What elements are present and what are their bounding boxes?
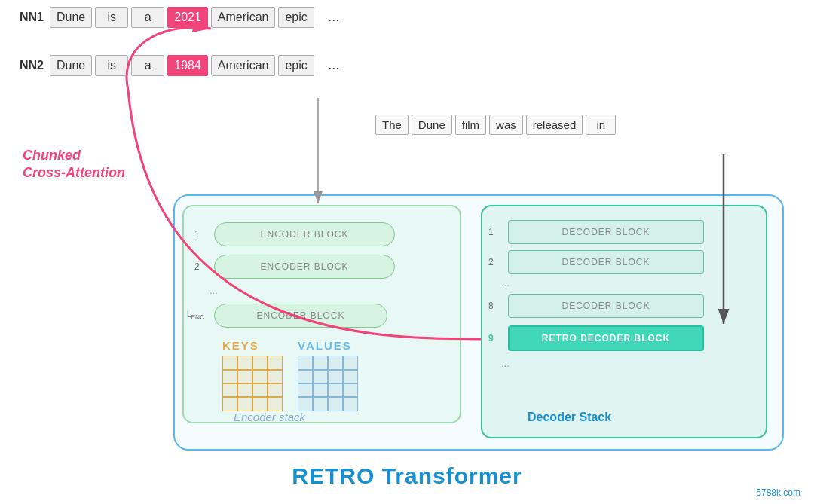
decoder-block-8: DECODER BLOCK (508, 294, 704, 318)
values-label-container: VALUES (298, 339, 352, 353)
nn1-token-year: 2021 (167, 7, 208, 28)
retro-decoder-block-row: 9 RETRO DECODER BLOCK (488, 325, 704, 351)
nn2-token-a: a (131, 55, 164, 76)
chunked-label: Chunked Cross-Attention (23, 147, 125, 182)
input-token-dune: Dune (412, 115, 452, 135)
diagram-container: NN1 Dune is a 2021 American epic ... NN2… (0, 0, 814, 504)
nn1-token-american: American (211, 7, 276, 28)
nn2-token-dune: Dune (50, 55, 92, 76)
input-token-was: was (489, 115, 523, 135)
nn1-token-is: is (95, 7, 128, 28)
values-label: VALUES (298, 339, 352, 352)
decoder-dots-bottom: ... (501, 358, 510, 369)
nn1-token-ellipsis: ... (317, 6, 350, 28)
encoder-block-lenc-row: LENC ENCODER BLOCK (187, 304, 387, 328)
keys-grid (222, 356, 283, 410)
nn1-token-epic: epic (278, 7, 314, 28)
decoder-dots-middle: ... (501, 277, 510, 289)
nn1-token-a: a (131, 7, 164, 28)
nn2-token-ellipsis: ... (317, 54, 350, 76)
encoder-block-2-row: 2 ENCODER BLOCK (194, 255, 395, 279)
encoder-block-1-row: 1 ENCODER BLOCK (194, 222, 395, 246)
input-token-released: released (526, 115, 583, 135)
decoder-block-2-row: 2 DECODER BLOCK (488, 250, 704, 274)
input-token-film: film (455, 115, 486, 135)
encoder-block-1: ENCODER BLOCK (214, 222, 395, 246)
decoder-block-2: DECODER BLOCK (508, 250, 704, 274)
retro-decoder-block: RETRO DECODER BLOCK (508, 325, 704, 351)
nn2-token-year: 1984 (167, 55, 208, 76)
nn2-row: NN2 Dune is a 1984 American epic ... (14, 54, 350, 76)
encoder-block-1-num: 1 (194, 229, 210, 240)
input-token-the: The (375, 115, 409, 135)
decoder-block-8-row: 8 DECODER BLOCK (488, 294, 704, 318)
values-grid (298, 356, 358, 410)
decoder-block-8-num: 8 (488, 301, 503, 311)
keys-label-container: KEYS (222, 339, 259, 353)
nn2-token-epic: epic (278, 55, 314, 76)
decoder-block-1: DECODER BLOCK (508, 220, 704, 244)
decoder-block-2-num: 2 (488, 257, 503, 267)
input-token-in: in (586, 115, 616, 135)
decoder-block-1-num: 1 (488, 227, 503, 237)
nn2-token-american: American (211, 55, 276, 76)
encoder-stack-label: Encoder stack (234, 411, 305, 423)
encoder-block-2-num: 2 (194, 261, 210, 272)
page-title: RETRO Transformer (292, 463, 522, 489)
input-sequence: The Dune film was released in (375, 115, 616, 135)
encoder-dots: ... (210, 285, 218, 296)
encoder-block-lenc: ENCODER BLOCK (214, 304, 387, 328)
keys-label: KEYS (222, 339, 259, 352)
nn2-label: NN2 (14, 59, 44, 72)
encoder-block-lenc-num: LENC (187, 310, 210, 321)
watermark: 5788k.com (756, 487, 800, 498)
decoder-stack-label: Decoder Stack (528, 411, 611, 424)
nn1-token-dune: Dune (50, 7, 92, 28)
nn2-token-is: is (95, 55, 128, 76)
decoder-block-1-row: 1 DECODER BLOCK (488, 220, 704, 244)
encoder-block-2: ENCODER BLOCK (214, 255, 395, 279)
retro-decoder-block-num: 9 (488, 333, 503, 344)
nn1-row: NN1 Dune is a 2021 American epic ... (14, 6, 350, 28)
nn1-label: NN1 (14, 11, 44, 24)
